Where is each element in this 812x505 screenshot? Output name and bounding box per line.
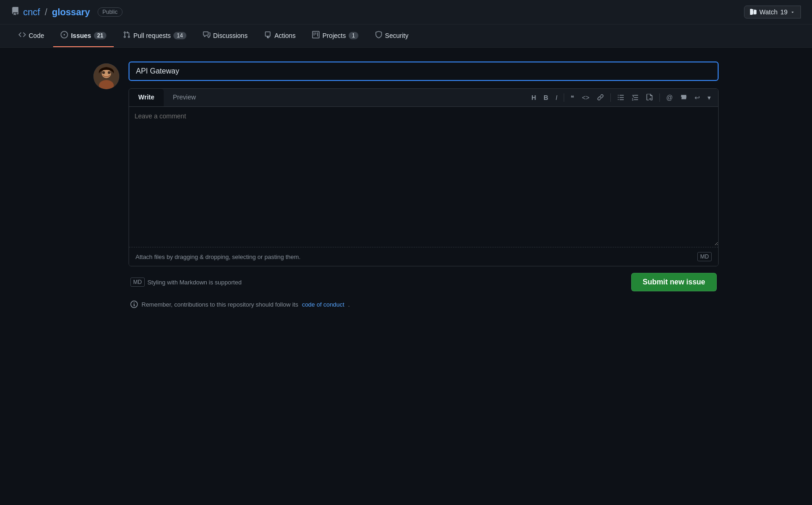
code-icon: <>: [582, 94, 589, 101]
svg-point-4: [108, 71, 111, 74]
toolbar-divider-1: [564, 93, 564, 102]
repo-name-link[interactable]: glossary: [52, 7, 90, 18]
quote-icon: ❝: [571, 94, 574, 101]
editor-container: Write Preview H B I ❝: [129, 88, 719, 266]
repo-title: cncf / glossary Public: [11, 7, 123, 18]
chevron-down-icon: ▾: [707, 94, 711, 101]
ordered-list-button[interactable]: [629, 92, 641, 104]
repo-separator: /: [45, 7, 48, 18]
watch-count: 19: [780, 8, 787, 16]
write-tab[interactable]: Write: [129, 89, 164, 106]
tab-pull-requests-label: Pull requests: [133, 32, 171, 39]
attach-bar: Attach files by dragging & dropping, sel…: [129, 247, 718, 266]
discussions-icon: [203, 31, 210, 40]
tab-security-label: Security: [385, 32, 409, 39]
projects-icon: [312, 31, 320, 40]
undo-icon: ↩: [695, 94, 700, 101]
tab-projects-label: Projects: [322, 32, 346, 39]
reference-icon: [680, 95, 687, 102]
svg-point-3: [102, 71, 105, 74]
watch-label: Watch: [759, 8, 777, 16]
tab-issues-label: Issues: [71, 32, 91, 39]
info-bar: Remember, contributions to this reposito…: [129, 301, 719, 308]
markdown-icon: MD: [130, 277, 145, 287]
unordered-list-button[interactable]: [615, 92, 627, 104]
toolbar: H B I ❝ <>: [524, 89, 718, 106]
bold-icon: B: [543, 94, 548, 101]
heading-icon: H: [531, 94, 536, 101]
task-list-icon: [646, 95, 653, 102]
watch-group: Watch 19: [744, 6, 801, 18]
editor-tabs: Write Preview H B I ❝: [129, 89, 718, 107]
pull-requests-icon: [123, 31, 130, 40]
toolbar-divider-2: [610, 93, 611, 102]
issue-form: Write Preview H B I ❝: [129, 62, 719, 308]
footer-bar: MD Styling with Markdown is supported Su…: [129, 273, 719, 291]
projects-badge: 1: [349, 32, 358, 39]
editor-tab-group: Write Preview: [129, 89, 205, 106]
task-list-button[interactable]: [643, 92, 656, 104]
preview-tab[interactable]: Preview: [164, 89, 205, 106]
issue-title-input[interactable]: [129, 62, 719, 81]
reference-button[interactable]: [677, 92, 690, 104]
tab-issues[interactable]: Issues 21: [53, 25, 114, 47]
tab-security[interactable]: Security: [368, 25, 416, 47]
info-period: .: [348, 301, 350, 308]
tab-code-label: Code: [29, 32, 44, 39]
attach-text: Attach files by dragging & dropping, sel…: [135, 253, 301, 260]
mention-button[interactable]: @: [664, 92, 676, 103]
link-button[interactable]: [594, 92, 607, 104]
markdown-badge: MD: [697, 252, 712, 261]
italic-icon: I: [556, 94, 558, 101]
more-button[interactable]: ▾: [705, 92, 714, 103]
tab-pull-requests[interactable]: Pull requests 14: [116, 25, 193, 47]
tab-discussions[interactable]: Discussions: [196, 25, 255, 47]
main-content: Write Preview H B I ❝: [82, 62, 730, 308]
watch-button[interactable]: Watch 19: [744, 6, 801, 18]
comment-textarea[interactable]: [129, 107, 718, 246]
tab-discussions-label: Discussions: [213, 32, 248, 39]
undo-button[interactable]: ↩: [692, 92, 703, 103]
avatar-col: [93, 62, 119, 89]
info-icon: [130, 301, 138, 308]
unordered-list-icon: [617, 95, 624, 102]
public-badge: Public: [98, 7, 123, 17]
mention-icon: @: [666, 94, 673, 101]
quote-button[interactable]: ❝: [568, 92, 577, 103]
actions-icon: [264, 31, 271, 40]
tab-actions[interactable]: Actions: [257, 25, 303, 47]
avatar: [93, 63, 119, 89]
tab-projects[interactable]: Projects 1: [305, 25, 365, 47]
italic-button[interactable]: I: [553, 92, 560, 103]
code-button[interactable]: <>: [579, 92, 592, 103]
top-header: cncf / glossary Public Watch 19: [0, 0, 812, 25]
code-of-conduct-link[interactable]: code of conduct: [302, 301, 344, 308]
header-actions: Watch 19: [744, 6, 801, 18]
pull-requests-badge: 14: [173, 32, 186, 39]
submit-new-issue-button[interactable]: Submit new issue: [631, 273, 717, 291]
security-icon: [375, 31, 382, 40]
repo-org-link[interactable]: cncf: [23, 7, 40, 18]
tab-nav: Code Issues 21 Pull requests 14 Discussi…: [0, 25, 812, 48]
code-icon: [18, 31, 26, 40]
link-icon: [597, 95, 604, 102]
tab-actions-label: Actions: [274, 32, 295, 39]
markdown-hint: MD Styling with Markdown is supported: [130, 277, 241, 287]
issues-icon: [61, 31, 68, 40]
markdown-hint-text: Styling with Markdown is supported: [148, 279, 242, 286]
issues-badge: 21: [94, 32, 106, 39]
info-text: Remember, contributions to this reposito…: [141, 301, 298, 308]
heading-button[interactable]: H: [529, 92, 539, 103]
tab-code[interactable]: Code: [11, 25, 51, 47]
toolbar-divider-3: [659, 93, 660, 102]
bold-button[interactable]: B: [541, 92, 551, 103]
repo-icon: [11, 7, 19, 18]
ordered-list-icon: [632, 95, 639, 102]
